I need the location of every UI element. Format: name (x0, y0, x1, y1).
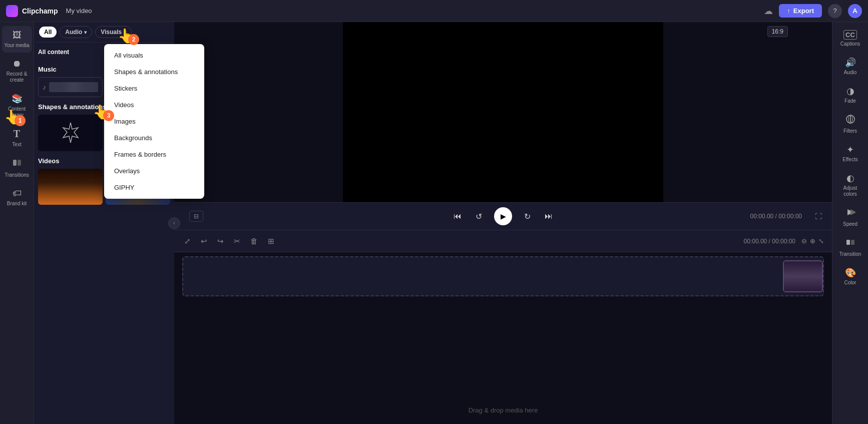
logo-icon (6, 5, 18, 17)
right-sidebar-item-transition[interactable]: Transition (834, 233, 866, 261)
cloud-icon: ☁ (764, 6, 773, 17)
music-section-title: Music (38, 66, 57, 73)
timeline-toolbar: ⤢ ↩ ↪ ✂ 🗑 ⊞ 00:00.00 / 00:00:00 ⊖ ⊕ ⤡ (174, 230, 832, 252)
sidebar-item-record-create[interactable]: ⏺ Record &create (2, 55, 32, 87)
zoom-out-button[interactable]: ⊖ (801, 237, 807, 245)
right-sidebar-item-filters[interactable]: Filters (834, 110, 866, 138)
content-panel: All Audio ▾ Visuals ▾ All visuals Shapes… (34, 22, 174, 424)
filter-tab-visuals[interactable]: Visuals ▾ (95, 26, 132, 38)
svg-rect-1 (18, 160, 21, 166)
rewind-button[interactable]: ↺ (474, 210, 484, 223)
delete-button[interactable]: 🗑 (248, 235, 260, 247)
main-layout: 🖼 Your media ⏺ Record &create 📚 Content … (0, 22, 868, 424)
svg-marker-8 (850, 209, 855, 215)
aspect-ratio-badge[interactable]: 16:9 (767, 26, 788, 37)
timeline-zoom-controls: ⊖ ⊕ ⤡ (801, 237, 824, 245)
svg-rect-9 (846, 240, 850, 245)
zoom-in-button[interactable]: ⊕ (810, 237, 815, 245)
skip-to-start-button[interactable]: ⏮ (452, 210, 464, 223)
forward-button[interactable]: ↻ (522, 210, 533, 223)
shapes-thumb-burst[interactable] (38, 115, 103, 151)
right-sidebar-item-audio[interactable]: 🔊 Audio (834, 53, 866, 80)
svg-rect-10 (851, 240, 854, 245)
visuals-chevron-icon: ▾ (124, 30, 126, 35)
dropdown-item-frames[interactable]: Frames & borders (104, 146, 204, 163)
collapse-icon: ‹ (173, 220, 175, 226)
top-bar: Clipchamp My video ☁ ↑ Export ? A (0, 0, 868, 22)
drag-drop-label: Drag & drop media here (469, 406, 538, 414)
sidebar-item-text[interactable]: T Text (2, 124, 32, 152)
filter-tab-all[interactable]: All (39, 27, 57, 38)
adjust-colors-icon: ◐ (846, 173, 854, 184)
sidebar-item-your-media[interactable]: 🖼 Your media (2, 26, 32, 53)
sidebar-item-brand-kit[interactable]: 🏷 Brand kit (2, 184, 32, 211)
undo-button[interactable]: ↩ (199, 235, 209, 248)
right-sidebar-item-adjust-colors[interactable]: ◐ Adjust colors (834, 169, 866, 201)
right-sidebar-item-fade[interactable]: ◑ Fade (834, 82, 866, 108)
export-icon: ↑ (787, 7, 790, 15)
preview-canvas (343, 22, 663, 202)
timeline-track[interactable] (182, 256, 824, 296)
timeline-time-display: 00:00.00 / 00:00:00 (744, 238, 795, 245)
timeline-clip[interactable] (783, 260, 823, 292)
filters-icon (845, 114, 855, 127)
playback-controls: ⊟ ⏮ ↺ ▶ ↻ ⏭ 00:00.00 / 00:00:00 ⛶ (174, 202, 832, 230)
subtitle-button[interactable]: ⊟ (189, 211, 203, 222)
transition-icon (845, 237, 855, 250)
dropdown-item-all-visuals[interactable]: All visuals (104, 47, 204, 64)
brand-kit-icon: 🏷 (13, 188, 22, 199)
right-sidebar: CC Captions 🔊 Audio ◑ Fade Filters ✦ Eff… (832, 22, 868, 424)
fullscreen-button[interactable]: ⛶ (815, 212, 822, 220)
dropdown-item-images[interactable]: Images (104, 113, 204, 130)
videos-section-title: Videos (38, 157, 59, 165)
user-avatar[interactable]: A (848, 4, 862, 18)
captions-icon: CC (843, 30, 857, 40)
center-area: 16:9 ⊟ ⏮ ↺ ▶ ↻ ⏭ 00:00.00 / 00:00:00 ⛶ ⤢… (174, 22, 832, 424)
transitions-icon (12, 158, 22, 170)
music-waves-1 (49, 82, 98, 92)
shapes-section-title: Shapes & annotations (38, 103, 107, 111)
right-sidebar-item-speed[interactable]: Speed (834, 203, 866, 231)
select-tool-button[interactable]: ⤢ (182, 235, 193, 248)
preview-area: 16:9 (174, 22, 832, 202)
svg-rect-0 (13, 160, 17, 166)
top-bar-right: ☁ ↑ Export ? A (764, 4, 862, 18)
music-thumb-1[interactable]: ♪ (38, 77, 103, 97)
right-sidebar-item-effects[interactable]: ✦ Effects (834, 140, 866, 167)
sidebar-item-transitions[interactable]: Transitions (2, 154, 32, 182)
cut-button[interactable]: ✂ (232, 235, 242, 248)
color-icon: 🎨 (845, 267, 856, 278)
dropdown-item-overlays[interactable]: Overlays (104, 163, 204, 179)
dropdown-item-videos[interactable]: Videos (104, 97, 204, 113)
video-title[interactable]: My video (66, 7, 92, 15)
timeline-area[interactable]: Drag & drop media here (174, 252, 832, 424)
speed-icon (845, 207, 855, 220)
sidebar-item-content-library[interactable]: 📚 Content library (2, 89, 32, 122)
video-thumb-pyramid[interactable] (38, 169, 103, 205)
play-button[interactable]: ▶ (494, 207, 512, 225)
your-media-icon: 🖼 (13, 30, 22, 41)
collapse-panel-button[interactable]: ‹ (168, 217, 180, 229)
app-logo: Clipchamp (6, 5, 58, 17)
audio-chevron-icon: ▾ (84, 30, 87, 35)
more-tools-button[interactable]: ⊞ (266, 235, 276, 248)
content-library-icon: 📚 (12, 93, 23, 104)
filter-tab-audio[interactable]: Audio ▾ (60, 26, 92, 38)
record-icon: ⏺ (13, 59, 22, 69)
dropdown-item-shapes[interactable]: Shapes & annotations (104, 64, 204, 80)
time-display: 00:00.00 / 00:00:00 (750, 213, 802, 220)
dropdown-item-backgrounds[interactable]: Backgrounds (104, 130, 204, 146)
dropdown-item-giphy[interactable]: GIPHY (104, 179, 204, 196)
fade-icon: ◑ (846, 86, 854, 97)
right-sidebar-item-color[interactable]: 🎨 Color (834, 263, 866, 290)
export-button[interactable]: ↑ Export (779, 4, 822, 18)
help-button[interactable]: ? (828, 4, 842, 18)
effects-icon: ✦ (846, 144, 854, 155)
skip-to-end-button[interactable]: ⏭ (543, 210, 555, 223)
fit-button[interactable]: ⤡ (818, 237, 824, 245)
redo-button[interactable]: ↪ (215, 235, 226, 248)
audio-icon: 🔊 (845, 57, 856, 68)
dropdown-item-stickers[interactable]: Stickers (104, 80, 204, 97)
music-note-icon-1: ♪ (43, 83, 46, 91)
right-sidebar-item-captions[interactable]: CC Captions (834, 26, 866, 51)
